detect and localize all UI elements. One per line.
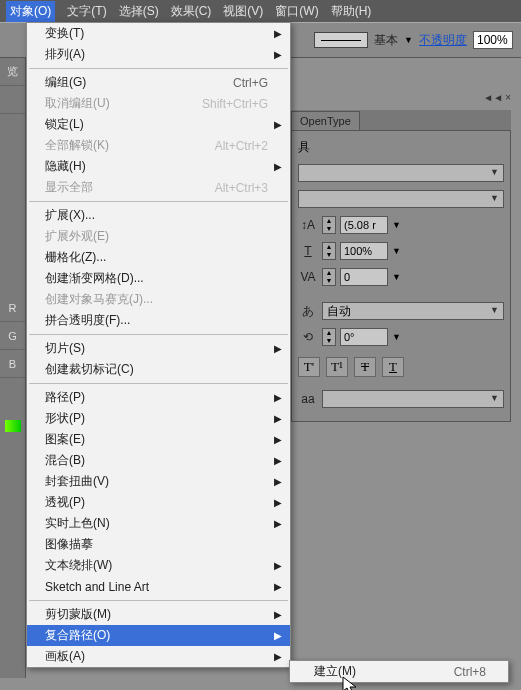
menu-separator	[29, 600, 288, 601]
tab-opentype[interactable]: OpenType	[291, 111, 360, 130]
stroke-style-label: 基本	[374, 32, 398, 49]
rotation-input[interactable]	[340, 328, 388, 346]
submenu-make[interactable]: 建立(M) Ctrl+8	[290, 661, 508, 682]
menu-item[interactable]: 图案(E)▶	[27, 429, 290, 450]
tt-btn-1[interactable]: T'	[298, 357, 320, 377]
menu-item[interactable]: 隐藏(H)▶	[27, 156, 290, 177]
menu-item[interactable]: Sketch and Line Art▶	[27, 576, 290, 597]
opacity-input[interactable]	[473, 31, 513, 49]
menu-item-label: 变换(T)	[45, 25, 268, 42]
menu-item-label: 图案(E)	[45, 431, 268, 448]
menu-item-label: 复合路径(O)	[45, 627, 268, 644]
submenu-arrow-icon: ▶	[274, 476, 282, 487]
panel-collapse-icon[interactable]: ◄◄	[483, 92, 503, 103]
menu-item[interactable]: 图像描摹	[27, 534, 290, 555]
menu-item[interactable]: 排列(A)▶	[27, 44, 290, 65]
vscale-stepper[interactable]: ▲▼	[322, 242, 336, 260]
menu-shortcut: Alt+Ctrl+2	[215, 139, 268, 153]
menu-item[interactable]: 切片(S)▶	[27, 338, 290, 359]
leading-stepper[interactable]: ▲▼	[322, 216, 336, 234]
submenu-arrow-icon: ▶	[274, 161, 282, 172]
menu-item[interactable]: 剪切蒙版(M)▶	[27, 604, 290, 625]
menu-item[interactable]: 拼合透明度(F)...	[27, 310, 290, 331]
left-item-b[interactable]: B	[0, 350, 25, 378]
menu-item-label: 锁定(L)	[45, 116, 268, 133]
opacity-label[interactable]: 不透明度	[419, 32, 467, 49]
left-item-g[interactable]: G	[0, 322, 25, 350]
menu-item-label: 透视(P)	[45, 494, 268, 511]
submenu-arrow-icon: ▶	[274, 630, 282, 641]
submenu-arrow-icon: ▶	[274, 392, 282, 403]
dropdown-icon[interactable]: ▼	[392, 332, 401, 342]
menu-item-label: 扩展(X)...	[45, 207, 268, 224]
menu-item-label: 排列(A)	[45, 46, 268, 63]
menu-item-label: 图像描摹	[45, 536, 268, 553]
menu-item[interactable]: 编组(G)Ctrl+G	[27, 72, 290, 93]
menu-text[interactable]: 文字(T)	[67, 3, 106, 20]
panel-controls: ◄◄ ×	[483, 92, 511, 103]
menu-separator	[29, 383, 288, 384]
menu-item-label: 路径(P)	[45, 389, 268, 406]
menu-item[interactable]: 形状(P)▶	[27, 408, 290, 429]
leading-input[interactable]	[340, 216, 388, 234]
rotation-icon: ⟲	[298, 328, 318, 346]
menu-item[interactable]: 透视(P)▶	[27, 492, 290, 513]
menu-item[interactable]: 画板(A)▶	[27, 646, 290, 667]
menu-item: 扩展外观(E)	[27, 226, 290, 247]
vscale-input[interactable]	[340, 242, 388, 260]
tracking-stepper[interactable]: ▲▼	[322, 268, 336, 286]
submenu-arrow-icon: ▶	[274, 560, 282, 571]
dropdown-icon[interactable]: ▼	[404, 35, 413, 45]
left-item-0[interactable]: 览	[0, 58, 25, 86]
menu-view[interactable]: 视图(V)	[223, 3, 263, 20]
compound-path-submenu: 建立(M) Ctrl+8	[289, 660, 509, 683]
menu-item[interactable]: 栅格化(Z)...	[27, 247, 290, 268]
antialias-select[interactable]	[322, 390, 504, 408]
submenu-arrow-icon: ▶	[274, 49, 282, 60]
menu-window[interactable]: 窗口(W)	[275, 3, 318, 20]
color-swatch[interactable]	[5, 420, 21, 432]
object-dropdown-menu: 变换(T)▶排列(A)▶编组(G)Ctrl+G取消编组(U)Shift+Ctrl…	[26, 22, 291, 668]
menu-item-label: 剪切蒙版(M)	[45, 606, 268, 623]
menu-item[interactable]: 实时上色(N)▶	[27, 513, 290, 534]
dropdown-icon[interactable]: ▼	[392, 272, 401, 282]
menu-item-label: 显示全部	[45, 179, 215, 196]
menu-item[interactable]: 锁定(L)▶	[27, 114, 290, 135]
submenu-arrow-icon: ▶	[274, 609, 282, 620]
menu-item-label: 画板(A)	[45, 648, 268, 665]
rotation-stepper[interactable]: ▲▼	[322, 328, 336, 346]
menu-help[interactable]: 帮助(H)	[331, 3, 372, 20]
menu-select[interactable]: 选择(S)	[119, 3, 159, 20]
menu-item[interactable]: 变换(T)▶	[27, 23, 290, 44]
left-item-1[interactable]	[0, 86, 25, 114]
font-family-select[interactable]	[298, 164, 504, 182]
dropdown-icon[interactable]: ▼	[392, 246, 401, 256]
submenu-arrow-icon: ▶	[274, 434, 282, 445]
menu-item[interactable]: 创建渐变网格(D)...	[27, 268, 290, 289]
tt-strikethrough[interactable]: T	[354, 357, 376, 377]
text-transform-row: T' T¹ T T	[298, 353, 504, 381]
left-toolbar: 览 R G B	[0, 58, 26, 678]
menu-item[interactable]: 文本绕排(W)▶	[27, 555, 290, 576]
tt-btn-2[interactable]: T¹	[326, 357, 348, 377]
menu-item[interactable]: 路径(P)▶	[27, 387, 290, 408]
dropdown-icon[interactable]: ▼	[392, 220, 401, 230]
panel-close-icon[interactable]: ×	[505, 92, 511, 103]
menu-object[interactable]: 对象(O)	[6, 1, 55, 22]
kerning-select[interactable]: 自动	[322, 302, 504, 320]
font-style-select[interactable]	[298, 190, 504, 208]
menu-effect[interactable]: 效果(C)	[171, 3, 212, 20]
menu-item-label: 切片(S)	[45, 340, 268, 357]
menu-item[interactable]: 扩展(X)...	[27, 205, 290, 226]
menu-item-label: 创建裁切标记(C)	[45, 361, 268, 378]
menu-item[interactable]: 复合路径(O)▶	[27, 625, 290, 646]
menu-item[interactable]: 封套扭曲(V)▶	[27, 471, 290, 492]
tt-underline[interactable]: T	[382, 357, 404, 377]
panel-tabs: OpenType	[291, 110, 511, 130]
left-item-r[interactable]: R	[0, 294, 25, 322]
stroke-preview[interactable]	[314, 32, 368, 48]
menu-item[interactable]: 创建裁切标记(C)	[27, 359, 290, 380]
menu-item[interactable]: 混合(B)▶	[27, 450, 290, 471]
tracking-input[interactable]	[340, 268, 388, 286]
menu-item-label: 实时上色(N)	[45, 515, 268, 532]
